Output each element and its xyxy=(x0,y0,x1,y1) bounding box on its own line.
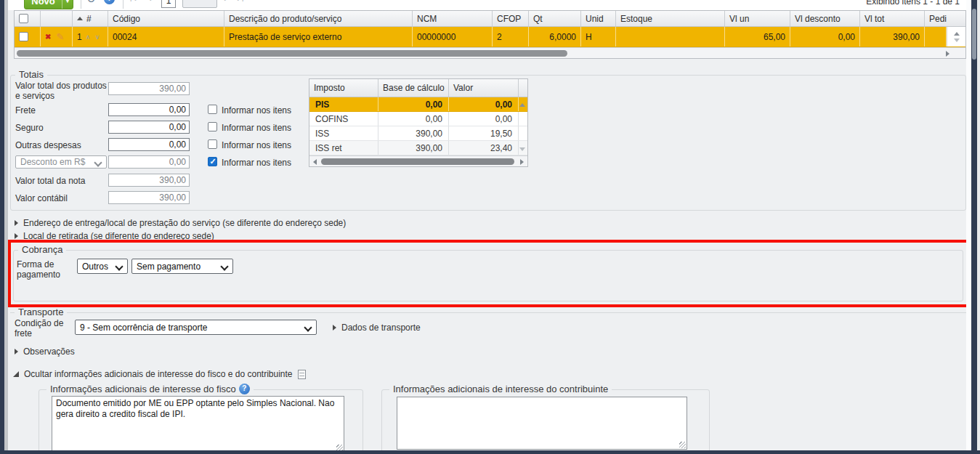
forma-pagamento-detalhe-select[interactable]: Sem pagamento xyxy=(131,259,233,274)
cell-base: 0,00 xyxy=(378,112,449,126)
scroll-up-icon[interactable] xyxy=(519,103,525,107)
cobranca-section: Cobrança Forma de pagamento Outros Sem p… xyxy=(13,250,963,301)
table-row[interactable]: ✖✎ 1∧ ∨ 00024 Prestação de serviço exter… xyxy=(15,27,965,47)
desconto-informar-checkbox[interactable] xyxy=(208,157,217,166)
header-pedido[interactable]: Pedi xyxy=(925,11,965,26)
header-vl-desconto[interactable]: Vl desconto xyxy=(790,11,860,26)
header-scroll-spacer xyxy=(519,79,527,97)
document-icon[interactable] xyxy=(298,370,306,379)
edit-row-icon[interactable]: ✎ xyxy=(56,31,64,42)
items-horizontal-scrollbar[interactable] xyxy=(15,47,965,58)
move-up-down-icons[interactable]: ∧ ∨ xyxy=(86,33,102,41)
header-codigo[interactable]: Código xyxy=(108,11,224,26)
scroll-right-icon[interactable] xyxy=(520,159,524,165)
header-estoque[interactable]: Estoque xyxy=(616,11,725,26)
header-imposto[interactable]: Imposto xyxy=(309,79,378,97)
cell-base: 390,00 xyxy=(378,141,449,155)
valor-contabil-field: 390,00 xyxy=(108,191,190,204)
ocultar-informacoes-toggle[interactable]: Ocultar informações adicionais de intere… xyxy=(13,369,306,379)
table-row[interactable]: ISS ret 390,00 23,40 xyxy=(309,141,527,155)
window-bottom-edge xyxy=(0,450,980,454)
header-unid[interactable]: Unid xyxy=(581,11,616,26)
header-vl-un[interactable]: Vl un xyxy=(725,11,790,26)
row-order-cell: 1∧ ∨ xyxy=(73,27,108,46)
row-actions-cell: ✖✎ xyxy=(41,27,73,46)
outras-informar-label: Informar nos itens xyxy=(222,140,291,150)
toolbar: Novo ▼ ↻ |◀ ◀ 1 ▶ ▶| Exibindo itens 1 - … xyxy=(8,0,971,10)
scrollbar-thumb[interactable] xyxy=(321,158,514,165)
cell-base: 390,00 xyxy=(378,126,449,140)
impostos-horizontal-scrollbar[interactable] xyxy=(309,155,527,166)
window-right-edge-outer xyxy=(977,0,980,454)
endereco-entrega-toggle[interactable]: Endereço de entrega/local de prestação d… xyxy=(15,218,346,228)
header-cfop[interactable]: CFOP xyxy=(493,11,529,26)
condicao-frete-label: Condição de frete xyxy=(15,318,67,339)
items-vertical-scrollbar[interactable] xyxy=(947,27,965,46)
cell-imposto: ISS xyxy=(309,126,378,140)
header-vl-tot[interactable]: Vl tot xyxy=(860,11,925,26)
table-row[interactable]: ISS 390,00 19,50 xyxy=(309,126,527,141)
row-checkbox[interactable] xyxy=(19,32,28,41)
order-header-cell[interactable]: # xyxy=(73,11,108,26)
header-base-calculo[interactable]: Base de cálculo xyxy=(378,79,449,97)
page-input[interactable]: 1 xyxy=(161,0,176,8)
scroll-left-icon[interactable] xyxy=(313,159,317,165)
cell-descricao: Prestação de serviço externo xyxy=(224,27,413,46)
outras-informar-checkbox[interactable] xyxy=(208,139,217,149)
frete-informar-label: Informar nos itens xyxy=(222,105,291,115)
cell-vl-un: 65,00 xyxy=(725,27,790,46)
valor-total-nota-field: 390,00 xyxy=(108,174,190,187)
page-size-select[interactable] xyxy=(182,0,217,8)
delete-row-icon[interactable]: ✖ xyxy=(45,33,51,41)
cell-unid: H xyxy=(581,27,616,46)
help-icon[interactable] xyxy=(239,384,250,394)
seguro-field[interactable]: 0,00 xyxy=(108,121,190,134)
cell-valor: 0,00 xyxy=(449,112,519,126)
items-count-status: Exibindo itens 1 - 1 de 1 xyxy=(866,0,960,7)
info-contribuinte-textarea[interactable] xyxy=(397,397,687,450)
scroll-right-icon[interactable] xyxy=(946,51,949,57)
next-page-icon[interactable]: ▶ xyxy=(224,0,229,1)
dados-transporte-toggle[interactable]: Dados de transporte xyxy=(333,323,421,333)
local-retirada-toggle[interactable]: Local de retirada (se diferente do ender… xyxy=(15,231,214,241)
header-descricao[interactable]: Descrição do produto/serviço xyxy=(224,11,413,26)
forma-pagamento-tipo-select[interactable]: Outros xyxy=(77,259,128,274)
select-all-checkbox[interactable] xyxy=(19,14,28,23)
scroll-up-icon[interactable] xyxy=(954,32,960,36)
desconto-informar-label: Informar nos itens xyxy=(222,158,291,168)
info-contribuinte-section: Informações adicionais de interesse do c… xyxy=(381,389,710,454)
novo-button[interactable]: Novo ▼ xyxy=(24,0,73,9)
scroll-down-icon[interactable] xyxy=(954,38,960,42)
help-icon[interactable] xyxy=(104,0,115,4)
header-valor[interactable]: Valor xyxy=(449,79,519,97)
transporte-section: Transporte Condição de frete 9 - Sem oco… xyxy=(10,312,966,339)
resize-handle-icon[interactable] xyxy=(679,442,686,448)
header-qt[interactable]: Qt xyxy=(529,11,581,26)
scrollbar-thumb[interactable] xyxy=(17,50,567,57)
last-page-icon[interactable]: ▶| xyxy=(238,0,243,1)
header-ncm[interactable]: NCM xyxy=(413,11,493,26)
cell-imposto: ISS ret xyxy=(309,141,378,155)
refresh-icon[interactable]: ↻ xyxy=(86,0,96,6)
frete-field[interactable]: 0,00 xyxy=(108,103,190,116)
cobranca-legend: Cobrança xyxy=(18,244,66,255)
collapsed-icon xyxy=(333,325,336,331)
browser-scrollbar-thumb[interactable] xyxy=(972,9,976,60)
novo-dropdown-caret-icon[interactable]: ▼ xyxy=(62,0,73,4)
seguro-informar-checkbox[interactable] xyxy=(208,122,217,131)
info-fisco-section: Informações adicionais de interesse do f… xyxy=(39,389,363,454)
scroll-down-icon[interactable] xyxy=(519,147,525,151)
frete-informar-checkbox[interactable] xyxy=(208,105,217,114)
observacoes-toggle[interactable]: Observações xyxy=(15,346,75,357)
dados-transporte-label: Dados de transporte xyxy=(341,323,421,333)
first-page-icon[interactable]: |◀ xyxy=(130,0,135,1)
condicao-frete-select[interactable]: 9 - Sem ocorrência de transporte xyxy=(75,320,317,335)
cell-codigo: 00024 xyxy=(108,27,224,46)
prev-page-icon[interactable]: ◀ xyxy=(146,0,150,1)
table-row[interactable]: PIS 0,00 0,00 xyxy=(309,97,527,112)
local-retirada-label: Local de retirada (se diferente do ender… xyxy=(23,231,214,241)
table-row[interactable]: COFINS 0,00 0,00 xyxy=(309,112,527,126)
info-fisco-textarea[interactable]: Documento emitido por ME ou EPP optante … xyxy=(52,396,344,453)
outras-despesas-field[interactable]: 0,00 xyxy=(108,138,190,151)
cell-vl-desconto: 0,00 xyxy=(790,27,860,46)
